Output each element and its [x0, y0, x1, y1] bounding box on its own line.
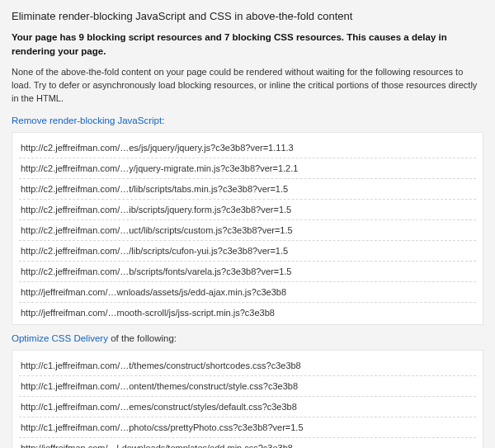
rule-summary: Your page has 9 blocking script resource…: [12, 31, 483, 58]
list-item: http://jeffreifman.com/…wnloads/assets/j…: [19, 282, 476, 303]
list-item: http://c2.jeffreifman.com/…ib/scripts/jq…: [19, 200, 476, 220]
list-item: http://c2.jeffreifman.com/…y/jquery-migr…: [19, 158, 476, 179]
js-subheading: Remove render-blocking JavaScript:: [12, 116, 483, 125]
list-item: http://c2.jeffreifman.com/…b/scripts/fon…: [19, 262, 476, 282]
list-item: http://c1.jeffreifman.com/…ontent/themes…: [19, 376, 476, 397]
list-item: http://c1.jeffreifman.com/…emes/construc…: [19, 397, 476, 417]
list-item: http://c2.jeffreifman.com/…es/js/jquery/…: [19, 138, 476, 158]
list-item: http://c1.jeffreifman.com/…photo/css/pre…: [19, 417, 476, 438]
js-resource-list: http://c2.jeffreifman.com/…es/js/jquery/…: [12, 132, 483, 325]
js-subheading-suffix: :: [162, 116, 164, 125]
remove-blocking-js-link[interactable]: Remove render-blocking JavaScript: [12, 116, 162, 125]
css-subheading: Optimize CSS Delivery of the following:: [12, 333, 483, 343]
list-item: http://c2.jeffreifman.com/…uct/lib/scrip…: [19, 220, 476, 241]
css-resource-list: http://c1.jeffreifman.com/…t/themes/cons…: [12, 350, 483, 448]
list-item: http://c2.jeffreifman.com/…/lib/scripts/…: [19, 241, 476, 262]
rule-title: Eliminate render-blocking JavaScript and…: [12, 10, 483, 22]
optimize-css-delivery-link[interactable]: Optimize CSS Delivery: [12, 333, 108, 343]
list-item: http://c1.jeffreifman.com/…t/themes/cons…: [19, 356, 476, 376]
list-item: http://jeffreifman.com/…mooth-scroll/js/…: [19, 303, 476, 323]
css-subheading-suffix: of the following:: [108, 333, 177, 343]
list-item: http://jeffreifman.com/…l-downloads/temp…: [19, 438, 476, 448]
list-item: http://c2.jeffreifman.com/…t/lib/scripts…: [19, 179, 476, 200]
rule-explanation: None of the above-the-fold content on yo…: [12, 66, 483, 106]
